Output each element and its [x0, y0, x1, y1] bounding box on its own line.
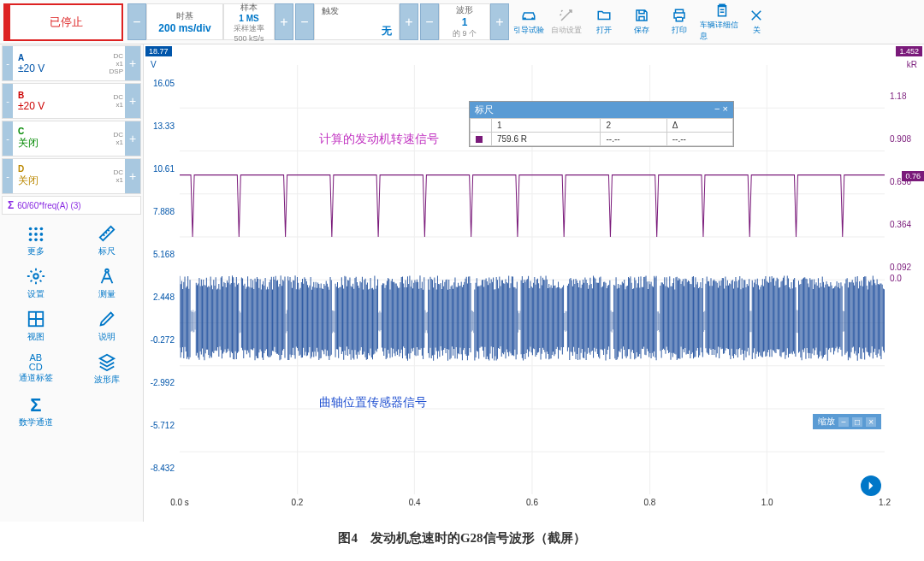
ch-b-plus[interactable]: + — [125, 84, 140, 118]
ch-a-plus[interactable]: + — [125, 46, 140, 80]
svg-point-8 — [39, 238, 43, 241]
ch-a-range: ±20 V — [18, 62, 94, 74]
channel-c[interactable]: - C 关闭 DC x1 + — [2, 121, 141, 156]
status-button[interactable]: 已停止 — [3, 3, 123, 41]
vehicle-label: 车辆详细信息 — [700, 20, 744, 42]
timebase-box[interactable]: 时基 200 ms/div — [146, 3, 223, 40]
ch-c-collapse[interactable]: - — [3, 121, 13, 156]
ch-d-range: 关闭 — [18, 174, 94, 188]
samples-value: 1 MS — [239, 14, 258, 23]
ch-a-collapse[interactable]: - — [3, 46, 13, 80]
chlabel-button[interactable]: AB CD 通道标签 — [0, 347, 72, 390]
timebase-minus[interactable]: − — [127, 3, 146, 40]
svg-point-5 — [39, 233, 43, 236]
svg-point-0 — [29, 227, 33, 230]
svg-point-9 — [33, 274, 38, 279]
wave-minus[interactable]: − — [420, 3, 439, 40]
view-button[interactable]: 视图 — [0, 304, 72, 347]
zoom-panel[interactable]: 缩放 − □ × — [813, 414, 881, 429]
wave-label: 波形 — [456, 4, 473, 16]
wave-box[interactable]: 波形 1 的 9 个 — [439, 3, 490, 40]
clipboard-icon — [713, 3, 732, 18]
ruler-panel[interactable]: 标尺 − × 1 2 Δ 759.6 R --.-- --.-- — [469, 101, 734, 147]
zoom-close[interactable]: × — [866, 417, 876, 427]
zoom-square[interactable]: □ — [852, 417, 862, 427]
svg-point-3 — [29, 233, 33, 236]
trigger-label: 触发 — [322, 5, 339, 17]
mathch-button[interactable]: Σ 数学通道 — [0, 390, 72, 433]
samples-sub2: 500 kS/s — [234, 34, 264, 43]
measure-button[interactable]: 测量 — [72, 262, 144, 304]
trigger-plus[interactable]: + — [400, 3, 418, 40]
print-label: 打印 — [672, 25, 687, 36]
ch-d-collapse[interactable]: - — [3, 159, 13, 193]
svg-point-4 — [34, 233, 38, 236]
settings-button[interactable]: 设置 — [0, 262, 72, 304]
vehicle-button[interactable]: 车辆详细信息 — [698, 0, 746, 44]
ch-c-label: C — [18, 127, 94, 136]
svg-point-10 — [105, 269, 109, 272]
wave-sub: 的 9 个 — [453, 28, 477, 39]
chart-area[interactable]: 18.77 V 1.452 kR 0.76 16.0513.3310.617.8… — [144, 44, 924, 522]
samples-label: 样本 — [240, 2, 258, 14]
open-label: 打开 — [596, 25, 612, 36]
ruler-title: 标尺 — [475, 103, 494, 116]
ruler-close-icon[interactable]: − × — [714, 103, 728, 116]
ruler-val1: 759.6 R — [492, 133, 601, 146]
wave-value: 1 — [462, 16, 468, 28]
purple-swatch-icon — [476, 136, 483, 143]
top-toolbar: 已停止 − 时基 200 ms/div 样本 1 MS 采样速率 500 kS/… — [0, 0, 924, 44]
math-channel[interactable]: Σ 60/60*freq(A) (3) — [2, 196, 141, 215]
ruler-button[interactable]: 标尺 — [72, 219, 144, 262]
save-button[interactable]: 保存 — [623, 0, 660, 44]
ch-c-plus[interactable]: + — [125, 121, 140, 156]
note-button[interactable]: 说明 — [72, 304, 144, 347]
zoom-label: 缩放 — [818, 416, 835, 428]
x-axis: 0.0 s0.20.40.60.81.01.2 — [180, 498, 885, 515]
wavelib-button[interactable]: 波形库 — [72, 347, 144, 390]
sidebar: - A ±20 V DC x1 DSP + - B ±20 V DC x1 + — [0, 44, 144, 522]
zoom-minus[interactable]: − — [838, 417, 849, 427]
abcd-icon: AB CD — [29, 353, 43, 372]
ruler-icon — [98, 224, 116, 243]
svg-point-6 — [29, 238, 33, 241]
trigger-group: − 触发 无 + — [295, 3, 418, 40]
wave-plus[interactable]: + — [490, 3, 509, 40]
y-axis-left: 16.0513.3310.617.8885.1682.448-0.272-2.9… — [144, 44, 178, 522]
close-button[interactable]: 关 — [746, 0, 767, 44]
auto-button[interactable]: 自动设置 — [548, 0, 585, 44]
ruler-titlebar[interactable]: 标尺 − × — [470, 102, 733, 118]
timebase-plus[interactable]: + — [275, 3, 293, 40]
next-page-button[interactable] — [861, 475, 881, 496]
chevron-right-icon — [865, 480, 877, 492]
samples-box[interactable]: 样本 1 MS 采样速率 500 kS/s — [223, 3, 275, 40]
more-button[interactable]: 更多 — [0, 219, 72, 262]
ch-d-plus[interactable]: + — [125, 159, 140, 193]
auto-label: 自动设置 — [551, 25, 582, 36]
save-icon — [632, 8, 651, 23]
channel-b[interactable]: - B ±20 V DC x1 + — [2, 83, 141, 119]
folder-icon — [595, 8, 613, 23]
grid-icon — [27, 310, 45, 328]
guide-button[interactable]: 引导试验 — [510, 0, 548, 44]
annotation-purple: 计算的发动机转速信号 — [319, 132, 439, 147]
trigger-box[interactable]: 触发 无 — [314, 3, 400, 40]
print-button[interactable]: 打印 — [660, 0, 698, 44]
trigger-minus[interactable]: − — [295, 3, 314, 40]
timebase-label: 时基 — [176, 10, 193, 22]
ch-d-label: D — [18, 164, 94, 174]
sigma-icon: Σ — [8, 199, 14, 211]
pencil-icon — [98, 310, 116, 328]
svg-point-7 — [34, 238, 38, 241]
gear-icon — [27, 267, 45, 286]
figure-caption: 图4 发动机怠速时的G28信号波形（截屏） — [0, 522, 924, 555]
open-button[interactable]: 打开 — [585, 0, 623, 44]
ch-a-label: A — [18, 53, 94, 62]
ch-c-range: 关闭 — [18, 136, 94, 151]
ch-b-collapse[interactable]: - — [3, 84, 13, 118]
channel-d[interactable]: - D 关闭 DC x1 + — [2, 158, 141, 194]
print-icon — [670, 8, 689, 23]
sigma-big-icon: Σ — [30, 394, 41, 416]
main-area: - A ±20 V DC x1 DSP + - B ±20 V DC x1 + — [0, 44, 924, 522]
channel-a[interactable]: - A ±20 V DC x1 DSP + — [2, 45, 141, 81]
